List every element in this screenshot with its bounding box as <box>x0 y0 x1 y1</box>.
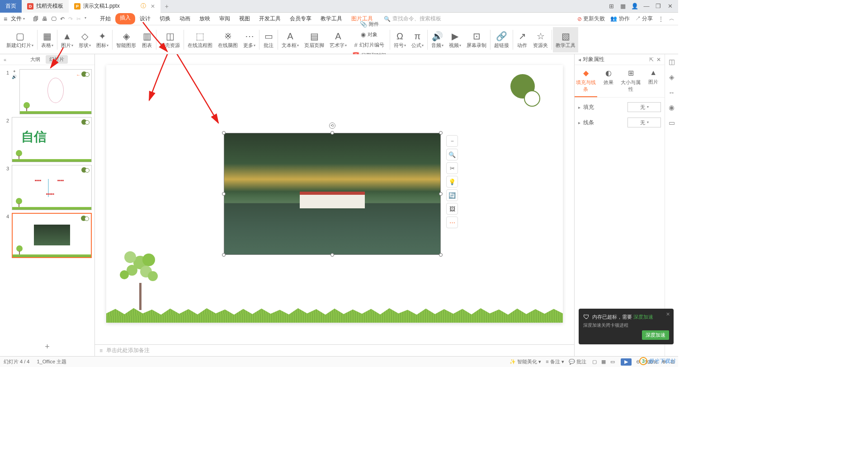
pin-icon[interactable]: ⇱ <box>649 56 654 63</box>
menu-tab-slideshow[interactable]: 放映 <box>195 13 215 24</box>
menu-tab-member[interactable]: 会员专享 <box>285 13 316 24</box>
user-avatar[interactable]: 👤 <box>629 3 640 9</box>
toast-close-icon[interactable]: ✕ <box>666 311 670 317</box>
update-failed[interactable]: ⊘更新失败 <box>577 15 605 23</box>
tab-template[interactable]: D 找稻壳模板 <box>22 0 69 13</box>
ribbon-表格[interactable]: ▦表格▾ <box>38 27 56 52</box>
share-button[interactable]: ↗ 分享 <box>635 15 653 23</box>
file-menu[interactable]: 文件▾ <box>11 15 25 23</box>
menu-tab-view[interactable]: 视图 <box>235 13 255 24</box>
prop-tab-picture[interactable]: ▲图片 <box>642 65 665 97</box>
line-select[interactable]: 无▾ <box>627 118 661 127</box>
play-button[interactable]: ▶ <box>621 358 632 366</box>
rotate-handle[interactable]: ⟲ <box>329 122 335 129</box>
ribbon-文本框[interactable]: A文本框▾ <box>279 27 302 52</box>
grid-icon[interactable]: ▦ <box>618 3 628 9</box>
ribbon-新建幻灯片[interactable]: ▢新建幻灯片▾ <box>4 27 36 52</box>
collab-button[interactable]: 👥 协作 <box>610 15 629 23</box>
preview-icon[interactable]: 🖵 <box>51 16 57 22</box>
menu-tab-design[interactable]: 设计 <box>135 13 155 24</box>
ribbon-在线脑图[interactable]: ※在线脑图 <box>215 27 241 52</box>
slide-thumbnail-3[interactable]: 3■■■■■■■■■■■■■ <box>0 164 94 212</box>
ribbon-批注[interactable]: ▭批注 <box>260 27 277 52</box>
collapse-panel-icon[interactable]: « <box>4 57 6 62</box>
ribbon-屏幕录制[interactable]: ⊡屏幕录制 <box>464 27 489 52</box>
panel-close-icon[interactable]: ✕ <box>656 56 661 63</box>
maximize-button[interactable]: ❐ <box>653 3 664 9</box>
cut-icon[interactable]: ✂ <box>76 16 81 22</box>
ribbon-更多[interactable]: ⋯更多▾ <box>241 27 258 52</box>
img-tool-replace[interactable]: 🔄 <box>446 189 458 201</box>
comments-toggle[interactable]: 💬 批注 <box>569 358 586 365</box>
img-tool-crop[interactable]: ✂ <box>446 162 458 174</box>
ribbon-公式[interactable]: π公式▾ <box>409 27 426 52</box>
menu-tab-review[interactable]: 审阅 <box>215 13 235 24</box>
close-button[interactable]: ✕ <box>665 3 675 9</box>
img-tool-idea[interactable]: 💡 <box>446 176 458 188</box>
ribbon-稻壳资源[interactable]: ◫稻壳资源 <box>157 27 183 52</box>
sidebar-tool-4[interactable]: ◉ <box>669 103 675 112</box>
notes-toggle[interactable]: ≡ 备注 ▾ <box>546 358 564 365</box>
prop-tab-effect[interactable]: ◐效果 <box>597 65 620 97</box>
ribbon-音频[interactable]: 🔊音频▾ <box>429 27 446 52</box>
menu-tab-animation[interactable]: 动画 <box>175 13 195 24</box>
ribbon-智能图形[interactable]: ◈智能图形 <box>113 27 139 52</box>
resize-handle-tl[interactable] <box>222 131 226 135</box>
minimize-button[interactable]: — <box>641 3 652 9</box>
redo-icon[interactable]: ↷ <box>68 16 73 22</box>
print-icon[interactable]: 🖶 <box>42 16 47 22</box>
accelerate-button[interactable]: 深度加速 <box>642 330 669 340</box>
img-tool-export[interactable]: 🖼 <box>446 203 458 215</box>
ribbon-教学工具[interactable]: ▧教学工具 <box>553 27 578 52</box>
ribbon-符号[interactable]: Ω符号▾ <box>391 27 409 52</box>
add-slide-button[interactable]: + <box>0 338 94 356</box>
sidebar-tool-3[interactable]: ↔ <box>668 89 675 96</box>
slide-thumbnail-2[interactable]: 2自信 <box>0 116 94 164</box>
ribbon-幻灯片编号[interactable]: #幻灯片编号 <box>349 41 389 49</box>
sorter-view-icon[interactable]: ▦ <box>600 359 607 365</box>
resize-handle-tm[interactable] <box>330 131 334 135</box>
prop-tab-fill[interactable]: ◆填充与线条 <box>575 65 597 97</box>
menu-tab-teaching[interactable]: 教学工具 <box>316 13 347 24</box>
ribbon-图表[interactable]: ▥图表 <box>139 27 155 52</box>
menu-tab-insert[interactable]: 插入 <box>115 13 135 24</box>
ribbon-形状[interactable]: ◇形状▾ <box>76 27 94 52</box>
tab-document[interactable]: P 演示文稿1.pptx ⓘ ✕ <box>69 0 160 13</box>
slide-canvas[interactable]: ⟲ － 🔍 ✂ 💡 🔄 🖼 ⋯ <box>106 65 563 323</box>
prop-tab-size[interactable]: ⊞大小与属性 <box>620 65 642 97</box>
ribbon-资源夹[interactable]: ☆资源夹 <box>530 27 551 52</box>
resize-handle-tr[interactable] <box>439 131 443 135</box>
expand-icon[interactable]: ▸ <box>578 105 580 110</box>
resize-handle-bl[interactable] <box>222 253 226 257</box>
collapse-ribbon-icon[interactable]: ︿ <box>669 15 675 23</box>
menu-tab-developer[interactable]: 开发工具 <box>255 13 285 24</box>
fill-select[interactable]: 无▾ <box>627 102 661 112</box>
hamburger-icon[interactable]: ≡ <box>4 15 7 23</box>
layout-icon[interactable]: ⊞ <box>606 3 617 9</box>
panel-back-icon[interactable]: ◂ <box>578 56 581 63</box>
selected-image[interactable]: ⟲ <box>224 133 441 255</box>
ribbon-附件[interactable]: 📎附件 <box>349 20 389 28</box>
slide-thumbnail-4[interactable]: 4 <box>0 212 94 259</box>
tab-home[interactable]: 首页 <box>0 0 22 13</box>
save-icon[interactable]: 🗐 <box>33 16 38 22</box>
outline-tab[interactable]: 大纲 <box>27 55 44 64</box>
resize-handle-ml[interactable] <box>222 192 226 196</box>
beautify-button[interactable]: ✨ 智能美化 ▾ <box>509 358 541 365</box>
expand-icon[interactable]: ▸ <box>578 120 580 125</box>
sidebar-tool-2[interactable]: ◈ <box>669 73 675 81</box>
slide-thumbnail-1[interactable]: 1✦🔊← <box>0 68 94 116</box>
add-tab-button[interactable]: + <box>160 3 173 10</box>
img-tool-more[interactable]: ⋯ <box>446 216 458 228</box>
ribbon-动作[interactable]: ↗动作 <box>514 27 530 52</box>
more-menu-icon[interactable]: ⋮ <box>658 16 664 22</box>
ribbon-对象[interactable]: ◉对象 <box>349 30 389 39</box>
ribbon-图标[interactable]: ✦图标▾ <box>94 27 111 52</box>
menu-tab-transition[interactable]: 切换 <box>155 13 175 24</box>
ribbon-视频[interactable]: ▶视频▾ <box>446 27 464 52</box>
ribbon-超链接[interactable]: 🔗超链接 <box>491 27 512 52</box>
ribbon-图片[interactable]: ▲图片▾ <box>58 27 76 52</box>
sidebar-tool-5[interactable]: ▭ <box>669 119 675 127</box>
close-icon[interactable]: ✕ <box>151 3 155 9</box>
resize-handle-br[interactable] <box>439 253 443 257</box>
